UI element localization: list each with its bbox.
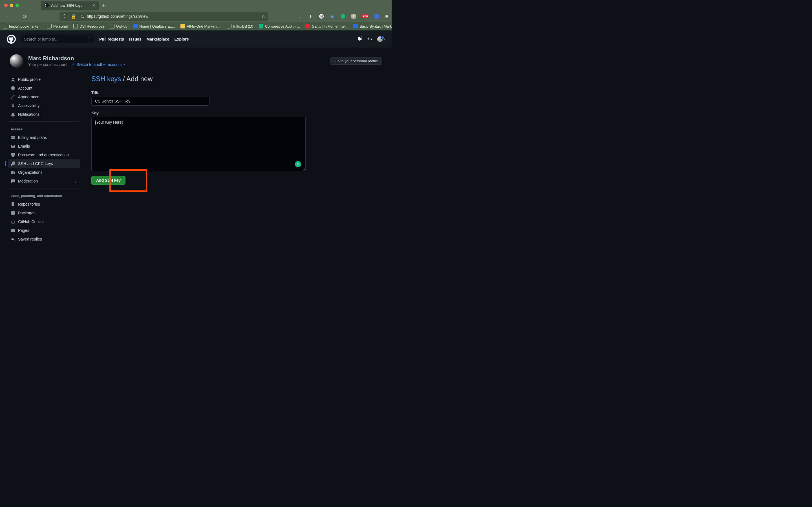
reload-button[interactable]: ⟳ (22, 13, 28, 20)
browser-menu-icon[interactable]: ≡ (385, 13, 388, 19)
extension-m-icon[interactable]: M (319, 14, 324, 18)
sidebar-item-ssh-keys[interactable]: SSH and GPG keys (8, 159, 80, 168)
profile-avatar-icon[interactable] (10, 54, 23, 68)
pocket-icon[interactable]: ⌄ (298, 14, 302, 18)
tab-close-icon[interactable]: ✕ (92, 3, 95, 8)
sidebar-item-password[interactable]: Password and authentication (8, 151, 80, 159)
sidebar-item-organizations[interactable]: Organizations (8, 168, 80, 177)
nav-explore[interactable]: Explore (174, 37, 189, 41)
sidebar-item-copilot[interactable]: GitHub Copilot (8, 217, 80, 226)
profile-subtitle: Your personal account (28, 62, 67, 67)
bookmark-allinone[interactable]: All-In-One Marketin... (181, 24, 221, 29)
folder-icon (3, 24, 7, 29)
sidebar-item-packages[interactable]: Packages (8, 209, 80, 217)
extension-fl-icon[interactable]: fl (351, 14, 356, 18)
globe-icon (227, 24, 232, 29)
key-textarea[interactable] (91, 117, 306, 171)
shield-icon[interactable]: 🛡︎ (62, 14, 67, 19)
paintbrush-icon (11, 95, 15, 99)
sidebar-item-moderation[interactable]: Moderation⌄ (8, 177, 80, 185)
title-input[interactable] (91, 97, 210, 106)
header-nav: Pull requests Issues Marketplace Explore (99, 37, 189, 41)
new-tab-button[interactable]: + (102, 2, 105, 9)
key-label: Key (91, 111, 306, 115)
grammarly-badge-icon[interactable]: G (295, 161, 301, 167)
bookmark-star-icon[interactable]: ☆ (262, 14, 265, 18)
back-button[interactable]: ← (3, 13, 9, 20)
lock-icon[interactable]: 🔒 (71, 14, 77, 19)
window-zoom-dot[interactable] (15, 4, 19, 7)
address-bar[interactable]: 🛡︎ 🔒 ⇆ https://github.com/settings/ssh/n… (59, 12, 268, 21)
ssh-keys-link[interactable]: SSH keys (91, 75, 121, 82)
extension-cursor-icon[interactable] (374, 14, 379, 18)
window-close-dot[interactable] (4, 4, 8, 7)
sidebar-item-public-profile[interactable]: Public profile (8, 75, 80, 83)
svg-point-0 (12, 222, 12, 222)
site-icon (259, 24, 263, 29)
global-search-input[interactable]: Search or jump to... / (21, 35, 94, 43)
svg-point-1 (13, 222, 14, 222)
sidebar-heading-access: Access (8, 124, 80, 133)
sidebar-item-notifications[interactable]: Notifications (8, 110, 80, 119)
nav-marketplace[interactable]: Marketplace (147, 37, 169, 41)
sidebar-item-emails[interactable]: Emails (8, 142, 80, 151)
forward-button[interactable]: → (13, 13, 18, 20)
address-row: ← → ⟳ 🛡︎ 🔒 ⇆ https://github.com/settings… (0, 11, 392, 22)
browser-tab[interactable]: Add new SSH keys ✕ (41, 1, 99, 10)
bookmark-gantt[interactable]: Gantt | In Home Inte... (305, 24, 348, 29)
sidebar-item-appearance[interactable]: Appearance (8, 93, 80, 101)
site-icon (133, 24, 138, 29)
notifications-button[interactable] (357, 36, 362, 42)
bookmark-basicsyntax[interactable]: Basic Syntax | Mark... (353, 24, 392, 29)
bookmark-personal[interactable]: Personal (47, 24, 68, 29)
repo-icon (11, 202, 15, 207)
bookmark-influxdb[interactable]: InfluxDB 2.0 (227, 24, 253, 29)
sidebar-item-accessibility[interactable]: Accessibility (8, 101, 80, 110)
sidebar-item-billing[interactable]: Billing and plans (8, 133, 80, 142)
key-icon (11, 161, 15, 166)
profile-name: Marc Richardson (28, 55, 125, 62)
window-minimize-dot[interactable] (10, 4, 13, 7)
settings-page: Marc Richardson Your personal account ⇄ … (0, 48, 392, 244)
bookmark-dsi[interactable]: DSI Resources (73, 24, 104, 29)
github-logo-icon[interactable] (7, 35, 16, 44)
nav-issues[interactable]: Issues (129, 37, 142, 41)
sidebar-item-pages[interactable]: Pages (8, 226, 80, 235)
download-icon[interactable]: ⬇ (308, 14, 313, 18)
github-header: Search or jump to... / Pull requests Iss… (0, 31, 392, 48)
abp-icon[interactable]: ABP (362, 14, 368, 18)
create-new-dropdown[interactable]: + ▾ (367, 36, 372, 42)
sidebar-item-saved-replies[interactable]: Saved replies (8, 235, 80, 243)
folder-icon (110, 24, 114, 29)
package-icon (11, 211, 15, 215)
sidebar-item-repositories[interactable]: Repositories (8, 200, 80, 209)
tab-title: Add new SSH keys (51, 3, 82, 8)
bookmark-github[interactable]: GitHub (110, 24, 128, 29)
sidebar-heading-code: Code, planning, and automation (8, 191, 80, 200)
add-ssh-key-button[interactable]: Add SSH key (91, 176, 125, 185)
organization-icon (11, 170, 15, 175)
grammarly-icon[interactable] (341, 14, 345, 18)
credit-card-icon (11, 135, 15, 140)
settings-sidebar: Public profile Account Appearance Access… (8, 75, 80, 244)
bookmark-competitive[interactable]: Competitive Audit - ... (259, 24, 300, 29)
mail-icon (11, 144, 15, 149)
go-to-profile-button[interactable]: Go to your personal profile (331, 57, 382, 65)
nav-pull-requests[interactable]: Pull requests (99, 37, 124, 41)
permissions-icon[interactable]: ⇆ (80, 14, 84, 19)
resize-grip-icon[interactable] (302, 168, 305, 171)
title-label: Title (91, 91, 306, 95)
copilot-icon (11, 219, 15, 224)
browser-chrome: Add new SSH keys ✕ + ← → ⟳ 🛡︎ 🔒 ⇆ https:… (0, 0, 392, 31)
folder-icon (73, 24, 78, 29)
sidebar-item-account[interactable]: Account (8, 84, 80, 93)
main-content: SSH keys / Add new Title Key G Add SSH k… (91, 75, 306, 244)
user-menu[interactable]: ▾ (377, 36, 385, 42)
bookmark-qualtrics[interactable]: Home | Qualtrics Ex... (133, 24, 175, 29)
bookmark-import[interactable]: Import bookmarks... (3, 24, 42, 29)
bell-icon (11, 112, 15, 117)
user-avatar-icon (377, 36, 383, 42)
switch-account-link[interactable]: ⇄ Switch to another account ▾ (71, 62, 125, 67)
folder-icon (47, 24, 52, 29)
diamond-icon[interactable]: ◆ (330, 14, 335, 18)
